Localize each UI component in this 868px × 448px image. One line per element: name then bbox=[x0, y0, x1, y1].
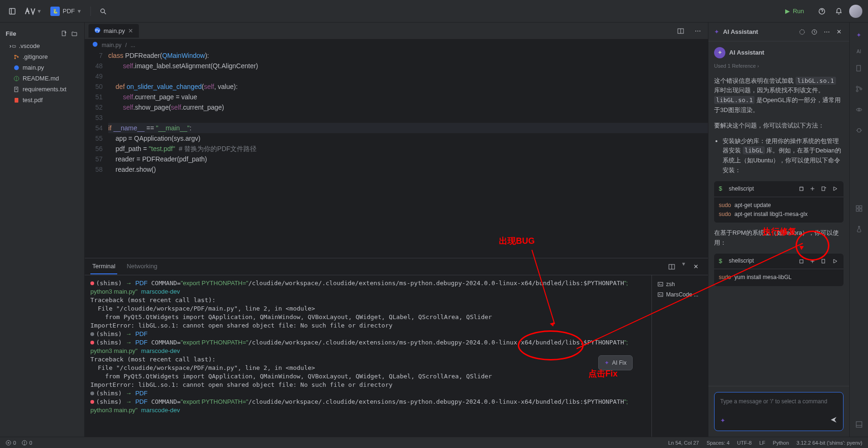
copy-code-icon[interactable] bbox=[797, 257, 805, 265]
more-icon[interactable]: ⋯ bbox=[691, 24, 704, 38]
search-icon[interactable] bbox=[96, 5, 110, 18]
svg-rect-46 bbox=[856, 422, 862, 427]
svg-text:Py: Py bbox=[95, 28, 99, 32]
editor-tab-bar: Py main.py ✕ ⋯ bbox=[85, 23, 708, 40]
file-item-README-md[interactable]: README.md bbox=[0, 73, 84, 84]
shell-prompt-icon: $ bbox=[719, 256, 722, 266]
project-selector[interactable]: 🐍 PDF ▾ bbox=[47, 5, 85, 18]
new-chat-icon[interactable] bbox=[797, 27, 807, 37]
rail-file-icon[interactable] bbox=[852, 62, 866, 75]
status-bar: 0 0 Ln 54, Col 27 Spaces: 4 UTF-8 LF Pyt… bbox=[0, 437, 868, 448]
more-icon[interactable]: ⋯ bbox=[822, 27, 831, 37]
run-button[interactable]: ▶ Run bbox=[780, 6, 810, 16]
status-spaces[interactable]: Spaces: 4 bbox=[707, 440, 730, 446]
right-tool-rail: ✦ AI bbox=[849, 23, 868, 437]
file-item-requirements-txt[interactable]: requirements.txt bbox=[0, 84, 84, 95]
notifications-icon[interactable] bbox=[832, 5, 845, 18]
code-body: sudo apt-get update sudo apt-get install… bbox=[714, 197, 844, 223]
run-code-icon[interactable] bbox=[831, 257, 839, 265]
editor-area: Py main.py ✕ ⋯ main.py / ... 74849505152… bbox=[85, 23, 708, 437]
rail-flask-icon[interactable] bbox=[852, 223, 866, 236]
svg-rect-0 bbox=[9, 8, 15, 14]
insert-code-icon[interactable] bbox=[809, 185, 816, 192]
python-file-icon: Py bbox=[94, 27, 101, 35]
status-language[interactable]: Python bbox=[773, 440, 789, 446]
breadcrumb-rest: ... bbox=[130, 42, 135, 48]
svg-point-14 bbox=[16, 80, 17, 80]
copy-code-icon[interactable] bbox=[797, 185, 805, 192]
sparkle-icon[interactable]: ✦ bbox=[720, 417, 725, 424]
svg-point-28 bbox=[800, 30, 804, 34]
sparkle-icon: ✦ bbox=[604, 359, 609, 367]
networking-tab[interactable]: Networking bbox=[125, 259, 159, 274]
svg-rect-42 bbox=[856, 206, 859, 208]
history-icon[interactable] bbox=[810, 27, 819, 37]
rail-debug-icon[interactable] bbox=[852, 124, 866, 137]
sparkle-icon: ✦ bbox=[714, 28, 719, 35]
ai-assistant-panel: ✦ AI Assistant ⋯ ✕ ✦ AI Assistant Used 1… bbox=[708, 23, 849, 437]
terminal-panel: Terminal Networking ▾ ✕ (shims) → PDF CO… bbox=[85, 258, 708, 437]
ai-code-block: $ shellscript bbox=[714, 181, 844, 223]
python-logo-icon: 🐍 bbox=[50, 7, 60, 16]
ai-reference-link[interactable]: Used 1 Reference › bbox=[714, 62, 844, 71]
svg-point-23 bbox=[93, 42, 97, 47]
terminal-dropdown-icon[interactable]: ▾ bbox=[682, 260, 685, 273]
project-name: PDF bbox=[63, 8, 75, 15]
ai-assistant-name: AI Assistant bbox=[729, 48, 764, 58]
status-encoding[interactable]: UTF-8 bbox=[737, 440, 752, 446]
code-editor[interactable]: 74849505152535455565758 class PDFReader(… bbox=[85, 50, 708, 258]
split-editor-icon[interactable] bbox=[674, 24, 687, 38]
new-folder-icon[interactable] bbox=[70, 29, 79, 38]
close-terminal-icon[interactable]: ✕ bbox=[689, 260, 702, 273]
ai-rail-icon[interactable]: ✦ bbox=[852, 28, 866, 41]
ai-input-placeholder: Type a message or '/' to select a comman… bbox=[720, 398, 837, 405]
close-panel-icon[interactable]: ✕ bbox=[834, 27, 844, 37]
file-item-main-py[interactable]: main.py bbox=[0, 62, 84, 73]
rail-git-icon[interactable] bbox=[852, 82, 866, 96]
new-file-code-icon[interactable] bbox=[820, 257, 828, 265]
terminal-output[interactable]: (shims) → PDF COMMAND="export PYTHONPATH… bbox=[85, 275, 651, 437]
svg-point-10 bbox=[17, 56, 19, 57]
status-errors[interactable]: 0 bbox=[6, 440, 16, 446]
terminal-session-zsh[interactable]: zsh bbox=[656, 279, 704, 289]
rail-apps-icon[interactable] bbox=[852, 202, 866, 215]
python-file-icon bbox=[92, 41, 98, 48]
svg-rect-43 bbox=[860, 206, 862, 208]
send-icon[interactable] bbox=[830, 416, 837, 425]
terminal-tab[interactable]: Terminal bbox=[90, 259, 117, 274]
breadcrumb-file: main.py bbox=[102, 42, 121, 48]
svg-rect-31 bbox=[822, 187, 825, 191]
status-warnings[interactable]: 0 bbox=[22, 440, 32, 446]
help-icon[interactable] bbox=[815, 5, 828, 18]
user-avatar[interactable] bbox=[849, 5, 862, 18]
terminal-session-marscode[interactable]: MarsCode ... bbox=[656, 289, 704, 300]
ai-chat-input[interactable]: Type a message or '/' to select a comman… bbox=[714, 392, 844, 431]
new-file-icon[interactable] bbox=[60, 29, 68, 38]
insert-code-icon[interactable] bbox=[809, 257, 816, 265]
breadcrumb[interactable]: main.py / ... bbox=[85, 40, 708, 50]
status-interpreter[interactable]: 3.12.2 64-bit ('shims': pyenv) bbox=[796, 440, 862, 446]
run-label: Run bbox=[793, 8, 804, 15]
rail-preview-icon[interactable] bbox=[852, 103, 866, 116]
editor-tab-main-py[interactable]: Py main.py ✕ bbox=[88, 24, 139, 38]
svg-point-53 bbox=[24, 444, 25, 444]
split-terminal-icon[interactable] bbox=[665, 260, 678, 273]
new-file-code-icon[interactable] bbox=[820, 185, 828, 192]
shell-prompt-icon: $ bbox=[719, 184, 722, 194]
file-explorer: File ›.vscode.gitignoremain.pyREADME.mdr… bbox=[0, 23, 85, 437]
ai-avatar-icon: ✦ bbox=[714, 47, 725, 58]
rail-layout-icon[interactable] bbox=[852, 418, 866, 431]
run-code-icon[interactable] bbox=[831, 185, 839, 192]
status-cursor[interactable]: Ln 54, Col 27 bbox=[668, 440, 699, 446]
ai-fix-button[interactable]: ✦ AI Fix bbox=[598, 355, 633, 370]
sidebar-toggle-button[interactable] bbox=[6, 5, 19, 18]
close-tab-icon[interactable]: ✕ bbox=[128, 27, 133, 34]
file-item--vscode[interactable]: ›.vscode bbox=[0, 40, 84, 51]
svg-point-36 bbox=[856, 90, 858, 92]
svg-rect-18 bbox=[15, 98, 18, 103]
file-item-test-pdf[interactable]: test.pdf bbox=[0, 95, 84, 105]
svg-rect-32 bbox=[800, 260, 803, 263]
file-item--gitignore[interactable]: .gitignore bbox=[0, 51, 84, 62]
svg-point-11 bbox=[14, 65, 19, 70]
status-eol[interactable]: LF bbox=[759, 440, 765, 446]
